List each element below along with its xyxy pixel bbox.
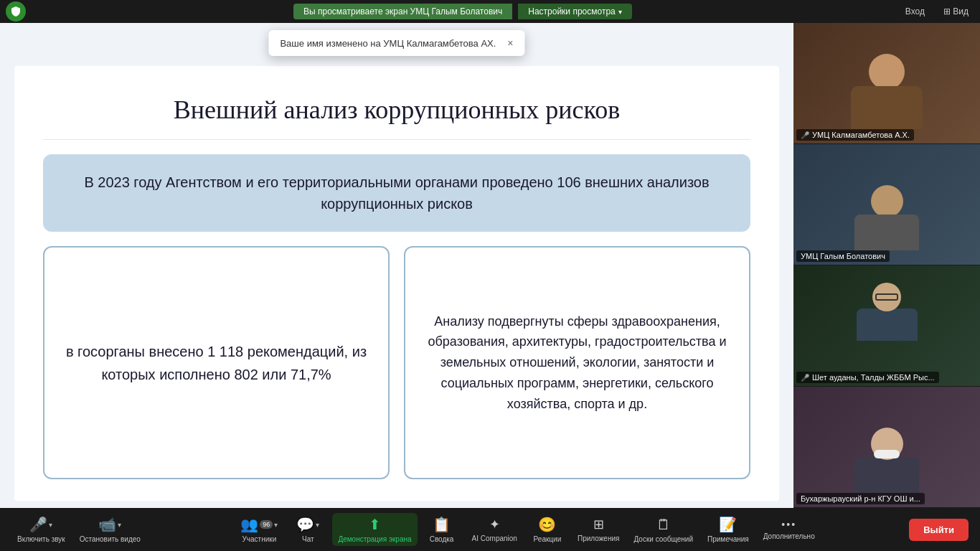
face-3: [872, 283, 901, 311]
reactions-label: Реакции: [534, 535, 562, 543]
glasses-icon: [875, 293, 898, 301]
notification-toast: Ваше имя изменено на УМЦ Калмагамбетова …: [268, 30, 524, 56]
mute-label: Включить звук: [17, 535, 65, 543]
bottom-toolbar: 🎤 ▾ Включить звук 📹 ▾ Остановить видео 👥…: [0, 508, 980, 551]
person-2: [854, 185, 919, 250]
face-1: [869, 54, 905, 90]
more-label: Дополнительно: [763, 532, 815, 540]
notes-btn[interactable]: 📝 Примечания: [702, 513, 755, 546]
video-label-4: Бухаржырауский р-н КГУ ОШ и...: [796, 493, 925, 504]
video-feed-1: 🎤 УМЦ Калмагамбетова А.Х.: [793, 23, 980, 144]
video-feed-4: Бухаржырауский р-н КГУ ОШ и...: [793, 387, 980, 508]
summary-label: Сводка: [430, 535, 454, 543]
mute-btn[interactable]: 🎤 ▾ Включить звук: [11, 513, 71, 546]
summary-icon: 📋: [433, 516, 451, 533]
person-4: [854, 428, 919, 493]
video-feed-2: УМЦ Галым Болатович: [793, 144, 980, 265]
video-feed-3: 🎤 Шет ауданы, Талды ЖББМ Рыс...: [793, 265, 980, 387]
notes-label: Примечания: [707, 535, 749, 543]
view-btn[interactable]: ⊞ Вид: [938, 5, 974, 18]
body-1: [851, 86, 923, 129]
video-top-row: 📹 ▾: [98, 516, 121, 533]
top-bar-center: Вы просматриваете экран УМЦ Галым Болато…: [293, 4, 632, 19]
video-chevron: ▾: [118, 521, 121, 529]
whiteboard-icon: 🗒: [656, 517, 671, 533]
person-1: [851, 54, 923, 129]
video-label-3: 🎤 Шет ауданы, Талды ЖББМ Рыс...: [796, 372, 939, 383]
apps-icon: ⊞: [593, 517, 604, 532]
mask-icon: [874, 450, 900, 458]
participants-btn[interactable]: 👥 96 ▾ Участники: [235, 513, 283, 546]
body-4: [854, 457, 919, 493]
reactions-icon: 😊: [538, 516, 556, 533]
video-label-1: 🎤 УМЦ Калмагамбетова А.Х.: [796, 129, 914, 141]
more-icon: •••: [781, 519, 796, 530]
participants-top-row: 👥 96 ▾: [240, 516, 278, 533]
ai-label: AI Companion: [472, 534, 517, 542]
toolbar-mid-group: 👥 96 ▾ Участники 💬 ▾ Чат ⬆ Демонстрация …: [235, 513, 820, 546]
right-col: Анализу подвергнуты сферы здравоохранени…: [404, 246, 750, 479]
shield-icon: [6, 1, 26, 22]
apps-btn[interactable]: ⊞ Приложения: [572, 514, 626, 545]
video-name-4: Бухаржырауский р-н КГУ ОШ и...: [801, 494, 920, 503]
mute-top-row: 🎤 ▾: [29, 516, 52, 533]
face-2: [871, 185, 903, 217]
slide-container: Внешний анализ коррупционных рисков В 20…: [14, 66, 779, 501]
login-btn[interactable]: Вход: [900, 5, 930, 18]
slide-title: Внешний анализ коррупционных рисков: [43, 88, 750, 140]
video-feed-1-bg: [793, 23, 980, 143]
ai-companion-btn[interactable]: ✦ AI Companion: [466, 514, 523, 545]
share-icon: ⬆: [369, 516, 381, 533]
video-feed-2-bg: [793, 144, 980, 265]
video-label-tb: Остановить видео: [80, 535, 141, 543]
whiteboard-btn[interactable]: 🗒 Доски сообщений: [628, 514, 699, 546]
face-4: [871, 428, 903, 460]
left-col: в госорганы внесено 1 118 рекомендаций, …: [43, 246, 390, 479]
video-feed-3-bg: [793, 265, 980, 386]
viewing-banner: Вы просматриваете экран УМЦ Галым Болато…: [293, 4, 512, 19]
top-bar-left: [6, 1, 26, 22]
chat-btn[interactable]: 💬 ▾ Чат: [286, 513, 329, 546]
top-bar: Вы просматриваете экран УМЦ Галым Болато…: [0, 0, 980, 23]
share-label: Демонстрация экрана: [338, 535, 411, 543]
apps-label: Приложения: [578, 534, 620, 542]
body-3: [857, 309, 918, 341]
grid-icon: ⊞: [943, 6, 951, 17]
top-bar-right: Вход ⊞ Вид: [900, 5, 974, 18]
video-icon: 📹: [98, 516, 116, 533]
chat-top-row: 💬 ▾: [296, 516, 319, 533]
video-label-2: УМЦ Галым Болатович: [796, 250, 890, 262]
more-btn[interactable]: ••• Дополнительно: [758, 516, 821, 543]
participants-label: Участники: [242, 535, 276, 543]
toolbar-left-group: 🎤 ▾ Включить звук 📹 ▾ Остановить видео: [11, 513, 146, 546]
person-3: [857, 283, 918, 341]
mute-chevron: ▾: [49, 521, 52, 529]
main-content: Ваше имя изменено на УМЦ Калмагамбетова …: [0, 23, 793, 508]
two-col: в госорганы внесено 1 118 рекомендаций, …: [43, 246, 750, 479]
whiteboard-label: Доски сообщений: [633, 535, 693, 543]
notification-text: Ваше имя изменено на УМЦ Калмагамбетова …: [280, 38, 496, 49]
settings-btn[interactable]: Настройки просмотра ▾: [518, 4, 632, 19]
summary-btn[interactable]: 📋 Сводка: [420, 513, 463, 546]
chat-label: Чат: [302, 535, 314, 543]
participants-chevron: ▾: [274, 521, 278, 529]
video-btn[interactable]: 📹 ▾ Остановить видео: [74, 513, 146, 546]
share-screen-btn[interactable]: ⬆ Демонстрация экрана: [332, 513, 417, 546]
participants-badge: 96: [260, 520, 273, 529]
ai-icon: ✦: [489, 517, 500, 532]
toolbar-right-group: Выйти: [909, 519, 969, 541]
chat-chevron: ▾: [316, 521, 319, 529]
video-panel: 🎤 УМЦ Калмагамбетова А.Х. УМЦ Галым Бола…: [793, 23, 980, 508]
video-name-2: УМЦ Галым Болатович: [801, 252, 885, 260]
participants-icon: 👥: [240, 516, 258, 533]
reactions-btn[interactable]: 😊 Реакции: [526, 513, 569, 546]
mute-icon: 🎤: [29, 516, 47, 533]
end-meeting-btn[interactable]: Выйти: [909, 519, 969, 541]
notification-close[interactable]: ×: [507, 37, 513, 49]
body-2: [854, 215, 919, 250]
video-feed-4-bg: [793, 387, 980, 507]
mic-muted-icon-3: 🎤: [801, 374, 809, 382]
notes-icon: 📝: [719, 516, 737, 533]
mic-muted-icon-1: 🎤: [801, 131, 809, 139]
video-name-1: УМЦ Калмагамбетова А.Х.: [812, 131, 910, 139]
